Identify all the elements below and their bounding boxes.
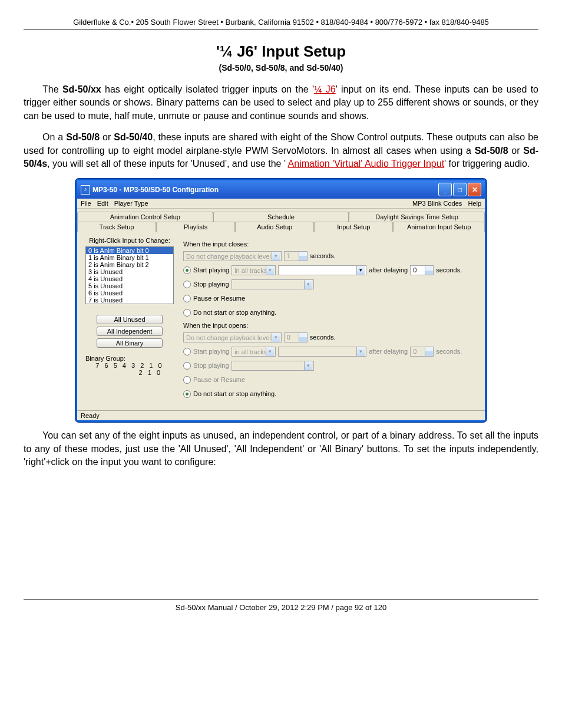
radio-stop-open[interactable]	[183, 362, 191, 370]
input-list[interactable]: 0 is Anim Binary bit 0 1 is Anim Binary …	[85, 246, 174, 304]
closes-label: When the input closes:	[183, 241, 477, 248]
page-header: Gilderfluke & Co.• 205 South Flower Stre…	[24, 18, 538, 29]
radio-stop-close[interactable]	[183, 281, 191, 288]
menu-file[interactable]: File	[81, 200, 91, 207]
stop-dd-close[interactable]	[232, 279, 314, 289]
open-delay-spin[interactable]: 0	[410, 347, 434, 357]
tab-dst[interactable]: Daylight Savings Time Setup	[349, 212, 485, 222]
list-item[interactable]: 5 is Unused	[86, 282, 173, 289]
open-level-spin[interactable]: 0	[284, 332, 308, 342]
window-title: MP3-50 - MP3-50/SD-50 Configuration	[92, 186, 437, 194]
close-button[interactable]: ✕	[468, 183, 481, 196]
radio-start-open[interactable]	[183, 348, 191, 355]
playback-dropdown-close[interactable]: Do not change playback level.	[183, 251, 282, 261]
tab-animation-control[interactable]: Animation Control Setup	[77, 212, 213, 222]
tab-schedule[interactable]: Schedule	[213, 212, 349, 222]
radio-start-close[interactable]	[183, 266, 191, 274]
maximize-button[interactable]: □	[453, 183, 467, 196]
start-tracks-dd-open[interactable]: in all tracks	[232, 347, 276, 357]
app-icon: ♪	[81, 185, 90, 195]
start-what-dd-close[interactable]	[278, 265, 366, 275]
all-unused-button[interactable]: All Unused	[97, 315, 163, 324]
list-item[interactable]: 4 is Unused	[86, 275, 173, 282]
tab-input-setup[interactable]: Input Setup	[314, 222, 393, 232]
binary-group-label: Binary Group:	[85, 355, 174, 362]
start-tracks-dd-close[interactable]: in all tracks	[232, 265, 276, 275]
radio-donot-open[interactable]	[183, 390, 191, 398]
radio-pause-close[interactable]	[183, 295, 191, 302]
minimize-button[interactable]: _	[438, 183, 452, 196]
close-level-spin[interactable]: 1	[284, 251, 308, 261]
tab-playlists[interactable]: Playlists	[156, 222, 235, 232]
playback-dropdown-open[interactable]: Do not change playback level.	[183, 332, 282, 342]
menubar: File Edit Player Type MP3 Blink Codes He…	[77, 199, 485, 209]
tab-track-setup[interactable]: Track Setup	[77, 222, 156, 232]
stop-dd-open[interactable]	[232, 361, 314, 371]
tab-animation-input[interactable]: Animation Input Setup	[393, 222, 485, 232]
status-bar: Ready	[77, 410, 485, 420]
list-item[interactable]: 2 is Anim Binary bit 2	[86, 261, 173, 268]
menu-help[interactable]: Help	[468, 200, 481, 207]
link-j6[interactable]: ¼ J6	[314, 84, 336, 94]
menu-edit[interactable]: Edit	[97, 200, 108, 207]
start-what-dd-open[interactable]	[278, 347, 366, 357]
link-animation-virtual[interactable]: Animation 'Virtual' Audio Trigger Input	[288, 159, 445, 169]
paragraph-2: On a Sd-50/8 or Sd-50/40, these inputs a…	[24, 131, 538, 170]
paragraph-1: The Sd-50/xx has eight optically isolate…	[24, 83, 538, 123]
seconds-label: seconds.	[310, 252, 336, 259]
list-item[interactable]: 7 is Unused	[86, 297, 173, 304]
close-delay-spin[interactable]: 0	[410, 265, 434, 275]
all-independent-button[interactable]: All Independent	[97, 327, 163, 336]
config-window: ♪ MP3-50 - MP3-50/SD-50 Configuration _ …	[75, 179, 487, 422]
list-item[interactable]: 0 is Anim Binary bit 0	[86, 247, 173, 254]
all-binary-button[interactable]: All Binary	[97, 338, 163, 348]
right-click-label: Right-Click Input to Change:	[85, 237, 174, 244]
opens-label: When the input opens:	[183, 322, 477, 329]
tab-audio-setup[interactable]: Audio Setup	[235, 222, 314, 232]
radio-donot-close[interactable]	[183, 309, 191, 317]
menu-player-type[interactable]: Player Type	[114, 200, 148, 207]
radio-pause-open[interactable]	[183, 376, 191, 384]
menu-blink-codes[interactable]: MP3 Blink Codes	[412, 200, 462, 207]
list-item[interactable]: 1 is Anim Binary bit 1	[86, 254, 173, 261]
paragraph-3: You can set any of the eight inputs as u…	[24, 429, 538, 469]
titlebar: ♪ MP3-50 - MP3-50/SD-50 Configuration _ …	[77, 180, 485, 199]
list-item[interactable]: 6 is Unused	[86, 289, 173, 297]
binary-group-row-1: 7 6 5 4 3 2 1 0	[85, 362, 174, 369]
page-title: '¼ J6' Input Setup	[24, 42, 538, 61]
page-footer: Sd-50/xx Manual / October 29, 2012 2:29 …	[24, 599, 538, 612]
binary-group-row-2: 2 1 0	[85, 369, 174, 376]
page-subtitle: (Sd-50/0, Sd-50/8, and Sd-50/40)	[24, 63, 538, 73]
list-item[interactable]: 3 is Unused	[86, 268, 173, 275]
